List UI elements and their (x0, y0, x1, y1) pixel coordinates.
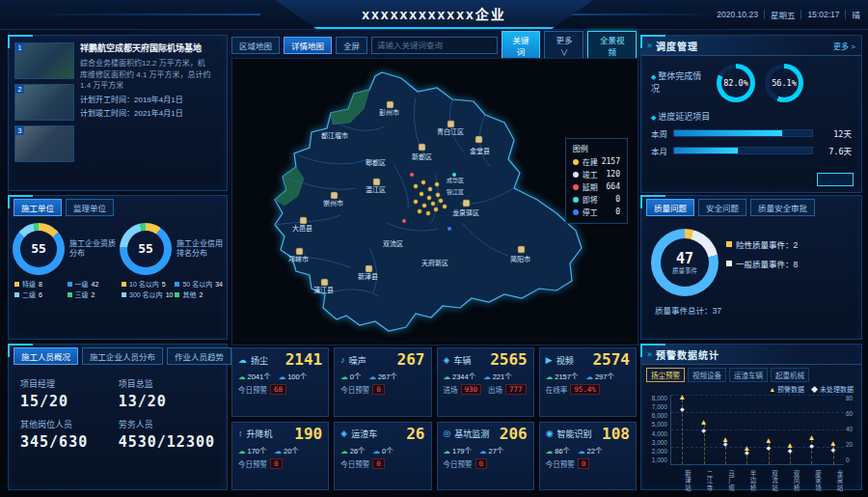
warning-stats-panel: » 预警数据统计 扬尘预警 视频设备 运渣车辆 起重机械 预警数据 未处理数据 … (640, 344, 862, 490)
legend-swatch (175, 282, 179, 287)
donut-legend: 特级8 一级42 二级6 三级2 (13, 275, 120, 299)
project-thumbnail[interactable]: 2 (14, 84, 74, 121)
credit-ranking-donut-chart: 55 (120, 223, 172, 275)
overall-completion-label: 整体完成情况 (651, 70, 707, 95)
svg-text:成华区: 成华区 (447, 177, 464, 184)
tab-safety-issue[interactable]: 安全问题 (698, 199, 746, 216)
stat-project-director: 项目总监 13/20 (119, 377, 215, 410)
project-start-date: 计划开工时间：2019年4月1日 (80, 95, 221, 106)
legend-swatch (14, 282, 19, 287)
card-video[interactable]: ▶视频2574 2157个297个 在线率95.4% (539, 347, 637, 417)
dispatch-panel-title: 调度管理 (656, 39, 698, 53)
stat-labor-staff: 劳务人员 4530/12300 (119, 418, 215, 451)
date-label: 2020.10.23 (717, 10, 758, 19)
tab-crane-machine[interactable]: 起重机械 (771, 368, 809, 382)
card-ai-recognition[interactable]: ◉智能识别108 86个22个 今日预警0 (539, 422, 637, 491)
tab-construction-unit[interactable]: 施工单位 (14, 199, 62, 216)
cloud-down-icon (279, 373, 286, 381)
card-noise[interactable]: ♪噪声267 0个267个 今日预警0 (334, 347, 431, 417)
truck-icon: ◈ (340, 429, 347, 438)
dispatch-panel: » 调度管理 更多 > 整体完成情况 82.0% 56.1% 进度延迟项目 本周… (640, 35, 862, 193)
tab-quality-issue[interactable]: 质量问题 (646, 199, 694, 216)
legend-swatch (68, 282, 72, 287)
tab-detail-map[interactable]: 详情地图 (284, 37, 332, 54)
card-slag-truck[interactable]: ◈运渣车26 26个0个 今日预警0 (334, 422, 431, 491)
page-title: xxxxxxxxxxxx企业 (362, 4, 505, 23)
cloud-up-icon (238, 373, 246, 381)
online-count: 2041个 (238, 371, 271, 381)
online-count: 0个 (340, 371, 361, 381)
tab-quality-safety-audit[interactable]: 质量安全审批 (750, 199, 815, 216)
weather-label: 晴 (852, 9, 860, 20)
cloud-up-icon (546, 447, 554, 456)
dispatch-detail-button[interactable] (817, 173, 854, 186)
header-title-plate: xxxxxxxxxxxx企业 (275, 0, 593, 29)
svg-text:双流区: 双流区 (383, 239, 403, 248)
stat-project-manager: 项目经理 15/20 (20, 377, 113, 410)
cloud-up-icon (340, 373, 348, 381)
legend-dot (573, 172, 579, 178)
tab-personnel-distribution[interactable]: 施工企业人员分布 (82, 347, 163, 365)
donut-label: 施工企业资质分布 (69, 239, 120, 260)
legend-swatch (122, 292, 126, 297)
tab-personnel-overview[interactable]: 施工人员概况 (14, 347, 78, 365)
tab-fullscreen[interactable]: 全屏 (336, 37, 367, 54)
legend-dot (573, 209, 579, 215)
time-label: 15:02:17 (807, 10, 839, 19)
online-count: 2344个 (444, 371, 476, 381)
thumbnail-index: 2 (15, 85, 24, 94)
svg-text:龙泉驿区: 龙泉驿区 (452, 208, 479, 217)
legend-swatch (14, 292, 19, 297)
district-map[interactable]: 彭州市 都江堰市 金堂县 青白江区 新都区 郫都区 温江区 成华区 锦江区 龙泉… (231, 58, 638, 345)
card-vehicle[interactable]: ◈车辆2565 2344个221个 进场930出场777 (437, 347, 534, 417)
stat-other-staff: 其他岗位人员 345/630 (20, 418, 113, 451)
tab-supervision-unit[interactable]: 监理单位 (66, 199, 114, 216)
legend-item: 在建2157 (573, 156, 620, 167)
svg-text:彭州市: 彭州市 (379, 108, 399, 117)
svg-text:金堂县: 金堂县 (470, 147, 490, 155)
legend-item: 停工0 (573, 207, 620, 217)
online-count: 26个 (340, 445, 365, 456)
dispatch-more-link[interactable]: 更多 > (833, 41, 855, 51)
tab-slag-vehicle[interactable]: 运渣车辆 (729, 368, 768, 382)
divider (845, 10, 846, 19)
quality-items: 险性质量事件：2 一般质量事件：8 (726, 229, 854, 269)
tab-video-device[interactable]: 视频设备 (688, 368, 726, 382)
svg-text:天府新区: 天府新区 (421, 259, 448, 267)
warning-chart: 8,0007,0006,0005,0004,0003,0002,0001,000… (641, 394, 861, 465)
tab-region-map[interactable]: 区域地图 (231, 37, 280, 54)
panel-arrow-icon: » (647, 349, 652, 359)
warning-plot-area: ▲◆▲◆▲◆▲◆▲◆▲◆▲◆▲◆ (670, 395, 844, 465)
panorama-video-button[interactable]: 全景视频 (587, 31, 637, 60)
legend-dot (573, 184, 579, 190)
svg-text:温江区: 温江区 (366, 185, 386, 194)
project-thumbnails: 1 2 3 (14, 42, 74, 162)
y-axis-right-labels: 806040200 (844, 395, 857, 465)
offline-count: 100个 (279, 371, 308, 381)
legend-item: 延期664 (573, 181, 620, 192)
ai-recognition-icon: ◉ (546, 429, 554, 438)
divider (800, 10, 801, 19)
warning-panel-title: 预警数据统计 (656, 347, 719, 362)
svg-text:邛崃市: 邛崃市 (288, 255, 309, 263)
card-pit-monitor[interactable]: ◎基坑监测206 179个27个 今日预警0 (437, 422, 534, 491)
tab-dust-warning[interactable]: 扬尘预警 (646, 368, 685, 382)
card-hoist[interactable]: ↕升降机190 170个20个 今日预警0 (231, 422, 329, 491)
legend-item: 竣工120 (573, 169, 620, 179)
search-input[interactable] (371, 37, 497, 54)
more-dropdown-button[interactable]: 更多 ∨ (544, 31, 583, 60)
card-dust[interactable]: ☁扬尘2141 2041个100个 今日预警68 (231, 347, 329, 417)
cloud-up-icon (444, 373, 451, 381)
project-thumbnail[interactable]: 3 (14, 125, 74, 162)
header-decoration-left (19, 14, 260, 15)
keyword-search-button[interactable]: 关键词 (502, 31, 541, 60)
legend-item: 即将0 (573, 194, 620, 205)
svg-text:都江堰市: 都江堰市 (321, 131, 348, 140)
svg-text:简阳市: 简阳市 (510, 255, 530, 263)
tab-personnel-trend[interactable]: 作业人员趋势 (167, 347, 231, 365)
project-thumbnail[interactable]: 1 (14, 42, 74, 79)
svg-text:新都区: 新都区 (412, 152, 432, 161)
top-header: xxxxxxxxxxxx企业 2020.10.23 星期五 15:02:17 晴 (0, 0, 868, 30)
legend-swatch (726, 241, 732, 247)
divider (764, 10, 765, 19)
